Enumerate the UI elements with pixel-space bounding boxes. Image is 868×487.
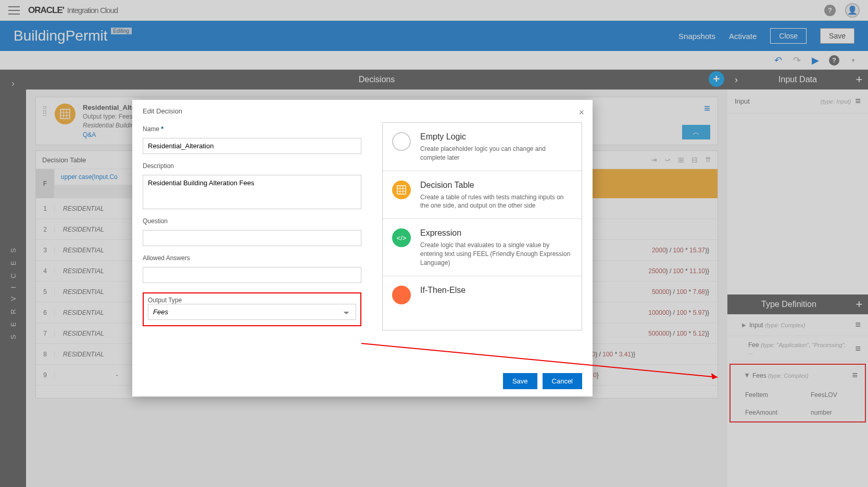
ite-logic-icon xyxy=(392,286,411,304)
add-input-icon[interactable]: + xyxy=(850,73,868,86)
logic-expression[interactable]: </> ExpressionCreate logic that evaluate… xyxy=(383,219,582,276)
top-bar: ORACLE'Integration Cloud ? 👤 xyxy=(0,0,868,21)
drag-handle-icon[interactable]: ⠿⠿ xyxy=(42,104,47,117)
services-rail: › S E R V I C E S xyxy=(0,70,26,487)
decision-menu-icon[interactable]: ≡ xyxy=(704,102,710,114)
feeitem-row: FeeItemFeesLOV xyxy=(731,386,865,404)
row-menu-icon[interactable]: ≡ xyxy=(855,96,861,107)
tb-icon-4[interactable]: ⊟ xyxy=(691,156,698,164)
type-fees-row[interactable]: ▶ Fees (type: Complex) ≡ xyxy=(731,365,865,386)
question-input[interactable] xyxy=(143,230,361,246)
caret-right-icon: ▶ xyxy=(742,322,746,328)
decision-table-title: Decision Table xyxy=(42,156,86,164)
input-data-collapse-icon[interactable]: › xyxy=(727,74,745,85)
output-type-select[interactable]: Fees xyxy=(148,304,356,320)
logic-empty[interactable]: Empty LogicCreate placeholder logic you … xyxy=(383,123,582,171)
avatar[interactable]: 👤 xyxy=(845,3,860,18)
output-type-highlight: Output Type Fees xyxy=(143,292,361,326)
modal-cancel-button[interactable]: Cancel xyxy=(543,373,582,389)
row-menu-icon[interactable]: ≡ xyxy=(852,370,858,381)
input-data-header: › Input Data + xyxy=(727,70,868,89)
right-panel: › Input Data + Input (type: Input) ≡ Typ… xyxy=(727,70,868,487)
add-decision-icon[interactable]: + xyxy=(709,71,724,87)
row-menu-icon[interactable]: ≡ xyxy=(855,319,861,330)
svg-rect-5 xyxy=(397,185,406,194)
decision-table-logic-icon xyxy=(392,181,411,199)
type-def-header: Type Definition + xyxy=(727,294,868,314)
row-menu-icon[interactable]: ≡ xyxy=(855,343,861,354)
edit-decision-modal: Edit Decision × Name * Description Resid… xyxy=(132,100,593,396)
decision-rule-button[interactable]: ︿ xyxy=(682,125,710,139)
rail-expand-icon[interactable]: › xyxy=(11,70,15,97)
output-type-label: Output Type xyxy=(148,297,356,304)
empty-logic-icon xyxy=(392,132,411,151)
rail-label: S E R V I C E S xyxy=(9,97,17,487)
tb-icon-1[interactable]: ⇥ xyxy=(651,156,657,164)
page-title: BuildingPermit xyxy=(14,28,108,44)
decision-table-icon xyxy=(55,104,76,124)
table-toolbar: ⇥ ⤻ ⊞ ⊟ ⇈ xyxy=(651,156,711,164)
logic-if-then-else[interactable]: If-Then-Else xyxy=(383,276,582,313)
help-icon[interactable]: ? xyxy=(824,5,836,16)
allowed-answers-input[interactable] xyxy=(143,267,361,283)
close-button[interactable]: Close xyxy=(770,28,807,44)
question-label: Question xyxy=(143,217,361,225)
blue-bar: BuildingPermit Editing Snapshots Activat… xyxy=(0,21,868,51)
tb-icon-3[interactable]: ⊞ xyxy=(678,156,684,164)
desc-label: Description xyxy=(143,162,361,170)
toolbar: ↶ ↷ ▶ ? ▾ xyxy=(0,51,868,70)
allowed-answers-label: Allowed Answers xyxy=(143,254,361,262)
expression-logic-icon: </> xyxy=(392,228,411,247)
hamburger-icon[interactable] xyxy=(8,6,20,15)
type-fee-row[interactable]: Fee (type: "Application", "Processing", … xyxy=(727,336,868,362)
redo-icon[interactable]: ↷ xyxy=(791,55,802,66)
input-row[interactable]: Input (type: Input) ≡ xyxy=(727,89,868,113)
play-icon[interactable]: ▶ xyxy=(810,55,821,66)
snapshots-link[interactable]: Snapshots xyxy=(678,32,715,41)
svg-rect-0 xyxy=(60,109,70,119)
modal-save-button[interactable]: Save xyxy=(503,373,537,389)
help2-icon[interactable]: ? xyxy=(828,55,840,66)
logic-type-list[interactable]: Empty LogicCreate placeholder logic you … xyxy=(382,122,582,330)
description-input[interactable]: Residential Building Alteration Fees xyxy=(143,175,361,209)
caret-down-icon: ▶ xyxy=(745,374,750,378)
fees-type-highlight: ▶ Fees (type: Complex) ≡ FeeItemFeesLOV … xyxy=(729,364,866,422)
save-button[interactable]: Save xyxy=(820,28,854,44)
brand: ORACLE'Integration Cloud xyxy=(28,5,118,16)
editing-badge: Editing xyxy=(111,28,132,34)
tb-icon-2[interactable]: ⤻ xyxy=(664,156,671,164)
feeamount-row: FeeAmountnumber xyxy=(731,404,865,421)
name-label: Name * xyxy=(143,125,361,133)
tb-icon-5[interactable]: ⇈ xyxy=(705,156,711,164)
toolbar-caret-icon[interactable]: ▾ xyxy=(847,55,859,66)
modal-title: Edit Decision xyxy=(132,100,593,122)
table-f-cell: F xyxy=(36,169,55,198)
logic-decision-table[interactable]: Decision TableCreate a table of rules wi… xyxy=(383,171,582,220)
decisions-header: Decisions + xyxy=(26,70,727,89)
undo-icon[interactable]: ↶ xyxy=(772,55,784,66)
qa-link[interactable]: Q&A xyxy=(83,131,96,138)
type-input-row[interactable]: ▶ Input (type: Complex) ≡ xyxy=(727,314,868,336)
activate-link[interactable]: Activate xyxy=(729,32,757,41)
name-input[interactable] xyxy=(143,138,361,154)
close-icon[interactable]: × xyxy=(578,107,584,118)
add-type-icon[interactable]: + xyxy=(850,298,868,311)
